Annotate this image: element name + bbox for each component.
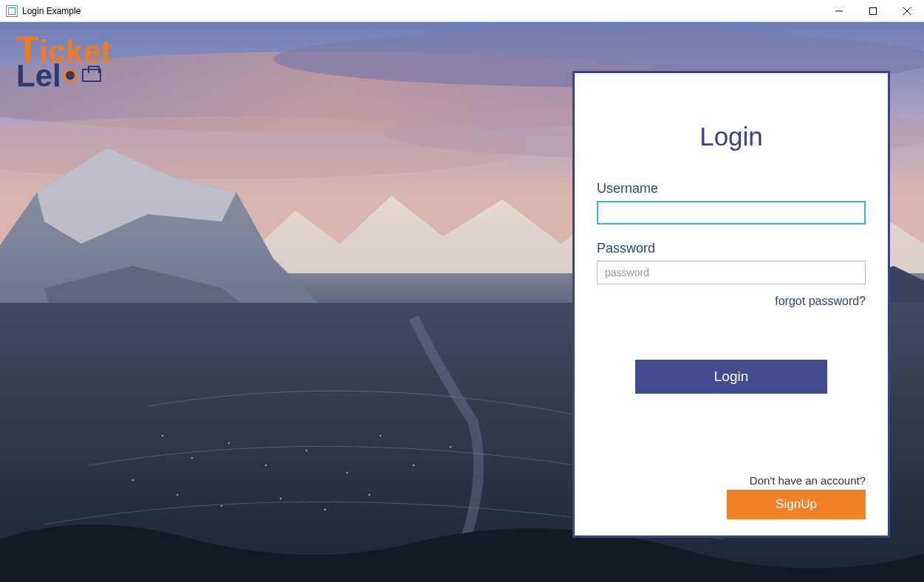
svg-point-17 xyxy=(413,465,415,467)
minimize-icon xyxy=(835,7,843,15)
svg-point-23 xyxy=(324,509,326,511)
svg-point-24 xyxy=(369,494,371,496)
signup-area: Don't have an account? SignUp xyxy=(597,474,866,519)
svg-point-21 xyxy=(221,505,223,507)
svg-point-18 xyxy=(450,446,452,448)
close-icon xyxy=(903,7,911,15)
password-label: Password xyxy=(597,241,866,256)
password-input[interactable] xyxy=(597,261,866,284)
svg-point-13 xyxy=(265,465,267,467)
login-card: Login Username Password forgot password?… xyxy=(572,71,890,538)
maximize-icon xyxy=(869,7,877,15)
window-controls xyxy=(822,0,924,22)
forgot-password-link[interactable]: forgot password? xyxy=(775,295,866,307)
svg-point-15 xyxy=(346,472,349,474)
svg-point-22 xyxy=(280,498,282,500)
svg-point-11 xyxy=(191,457,194,459)
content-area: Ticket Lel Login Username Password forgo… xyxy=(0,22,924,582)
brand-logo: Ticket Lel xyxy=(16,34,112,89)
ticket-icon xyxy=(82,69,101,82)
svg-point-12 xyxy=(228,442,230,445)
window-title: Login Example xyxy=(22,6,81,16)
svg-line-3 xyxy=(903,7,911,15)
login-button[interactable]: Login xyxy=(635,360,827,394)
close-button[interactable] xyxy=(890,0,924,22)
title-bar: Login Example xyxy=(0,0,924,22)
signup-prompt: Don't have an account? xyxy=(597,474,866,487)
login-title: Login xyxy=(597,122,866,151)
svg-point-19 xyxy=(132,479,134,482)
username-input[interactable] xyxy=(597,201,866,225)
svg-point-10 xyxy=(162,435,164,437)
svg-point-20 xyxy=(177,494,179,496)
title-bar-left: Login Example xyxy=(6,5,81,17)
svg-point-14 xyxy=(306,450,308,452)
svg-point-16 xyxy=(380,435,382,437)
svg-rect-1 xyxy=(870,7,877,14)
username-label: Username xyxy=(597,181,866,196)
minimize-button[interactable] xyxy=(822,0,856,22)
app-icon xyxy=(6,5,18,17)
maximize-button[interactable] xyxy=(856,0,890,22)
signup-button[interactable]: SignUp xyxy=(727,490,866,519)
svg-line-2 xyxy=(903,7,911,15)
